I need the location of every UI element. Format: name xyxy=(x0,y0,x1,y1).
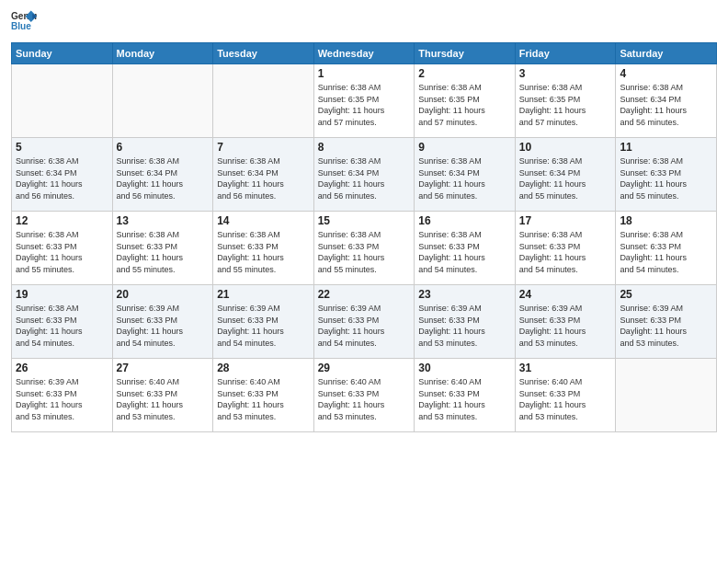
calendar-cell: 10Sunrise: 6:38 AM Sunset: 6:34 PM Dayli… xyxy=(515,138,616,212)
calendar-cell xyxy=(213,64,314,138)
week-row-5: 26Sunrise: 6:39 AM Sunset: 6:33 PM Dayli… xyxy=(12,359,717,432)
header-row: SundayMondayTuesdayWednesdayThursdayFrid… xyxy=(12,43,717,64)
calendar-cell: 2Sunrise: 6:38 AM Sunset: 6:35 PM Daylig… xyxy=(415,64,516,138)
calendar-cell: 30Sunrise: 6:40 AM Sunset: 6:33 PM Dayli… xyxy=(415,359,516,432)
day-number: 11 xyxy=(620,141,712,154)
day-info: Sunrise: 6:40 AM Sunset: 6:33 PM Dayligh… xyxy=(318,376,411,422)
calendar-cell: 12Sunrise: 6:38 AM Sunset: 6:33 PM Dayli… xyxy=(12,212,113,285)
calendar-cell: 26Sunrise: 6:39 AM Sunset: 6:33 PM Dayli… xyxy=(12,359,113,432)
day-info: Sunrise: 6:38 AM Sunset: 6:33 PM Dayligh… xyxy=(519,229,612,275)
day-info: Sunrise: 6:38 AM Sunset: 6:34 PM Dayligh… xyxy=(217,155,310,201)
day-number: 25 xyxy=(620,288,712,301)
day-number: 18 xyxy=(620,214,712,227)
calendar-cell: 22Sunrise: 6:39 AM Sunset: 6:33 PM Dayli… xyxy=(313,285,415,359)
calendar-cell: 9Sunrise: 6:38 AM Sunset: 6:34 PM Daylig… xyxy=(415,138,516,212)
calendar-cell: 18Sunrise: 6:38 AM Sunset: 6:33 PM Dayli… xyxy=(616,212,717,285)
day-number: 17 xyxy=(519,214,612,227)
calendar-cell: 21Sunrise: 6:39 AM Sunset: 6:33 PM Dayli… xyxy=(213,285,314,359)
col-header-wednesday: Wednesday xyxy=(313,43,415,64)
day-number: 15 xyxy=(318,214,411,227)
day-number: 2 xyxy=(418,67,511,80)
calendar-cell: 23Sunrise: 6:39 AM Sunset: 6:33 PM Dayli… xyxy=(415,285,516,359)
col-header-saturday: Saturday xyxy=(616,43,717,64)
day-number: 23 xyxy=(418,288,511,301)
day-info: Sunrise: 6:40 AM Sunset: 6:33 PM Dayligh… xyxy=(519,376,612,422)
day-number: 16 xyxy=(418,214,511,227)
col-header-thursday: Thursday xyxy=(415,43,516,64)
day-info: Sunrise: 6:39 AM Sunset: 6:33 PM Dayligh… xyxy=(620,303,712,349)
day-number: 4 xyxy=(620,67,712,80)
day-number: 19 xyxy=(16,288,108,301)
header: General Blue xyxy=(11,9,717,35)
week-row-4: 19Sunrise: 6:38 AM Sunset: 6:33 PM Dayli… xyxy=(12,285,717,359)
calendar-cell xyxy=(112,64,213,138)
day-info: Sunrise: 6:40 AM Sunset: 6:33 PM Dayligh… xyxy=(418,376,511,422)
day-info: Sunrise: 6:38 AM Sunset: 6:34 PM Dayligh… xyxy=(16,155,108,201)
day-number: 27 xyxy=(117,362,210,374)
day-number: 9 xyxy=(418,141,511,154)
day-info: Sunrise: 6:39 AM Sunset: 6:33 PM Dayligh… xyxy=(418,303,511,349)
calendar-cell: 29Sunrise: 6:40 AM Sunset: 6:33 PM Dayli… xyxy=(313,359,415,432)
week-row-2: 5Sunrise: 6:38 AM Sunset: 6:34 PM Daylig… xyxy=(12,138,717,212)
calendar-cell: 14Sunrise: 6:38 AM Sunset: 6:33 PM Dayli… xyxy=(213,212,314,285)
day-info: Sunrise: 6:38 AM Sunset: 6:34 PM Dayligh… xyxy=(620,82,712,128)
calendar-cell: 27Sunrise: 6:40 AM Sunset: 6:33 PM Dayli… xyxy=(112,359,213,432)
calendar-cell: 4Sunrise: 6:38 AM Sunset: 6:34 PM Daylig… xyxy=(616,64,717,138)
day-number: 12 xyxy=(16,214,108,227)
day-number: 28 xyxy=(217,362,310,374)
day-info: Sunrise: 6:39 AM Sunset: 6:33 PM Dayligh… xyxy=(117,303,210,349)
day-number: 3 xyxy=(519,67,612,80)
day-info: Sunrise: 6:38 AM Sunset: 6:33 PM Dayligh… xyxy=(620,229,712,275)
calendar-cell: 16Sunrise: 6:38 AM Sunset: 6:33 PM Dayli… xyxy=(415,212,516,285)
day-number: 29 xyxy=(318,362,411,374)
day-info: Sunrise: 6:38 AM Sunset: 6:33 PM Dayligh… xyxy=(217,229,310,275)
day-number: 20 xyxy=(117,288,210,301)
svg-text:Blue: Blue xyxy=(11,21,31,31)
day-info: Sunrise: 6:38 AM Sunset: 6:33 PM Dayligh… xyxy=(117,229,210,275)
calendar-cell xyxy=(12,64,113,138)
calendar-cell: 6Sunrise: 6:38 AM Sunset: 6:34 PM Daylig… xyxy=(112,138,213,212)
day-info: Sunrise: 6:38 AM Sunset: 6:33 PM Dayligh… xyxy=(16,303,108,349)
page-container: General Blue SundayMondayTuesdayWednesda… xyxy=(0,0,728,440)
day-info: Sunrise: 6:38 AM Sunset: 6:33 PM Dayligh… xyxy=(16,229,108,275)
calendar-cell: 17Sunrise: 6:38 AM Sunset: 6:33 PM Dayli… xyxy=(515,212,616,285)
calendar-cell: 31Sunrise: 6:40 AM Sunset: 6:33 PM Dayli… xyxy=(515,359,616,432)
day-number: 7 xyxy=(217,141,310,154)
day-info: Sunrise: 6:38 AM Sunset: 6:34 PM Dayligh… xyxy=(519,155,612,201)
calendar-cell: 8Sunrise: 6:38 AM Sunset: 6:34 PM Daylig… xyxy=(313,138,415,212)
col-header-tuesday: Tuesday xyxy=(213,43,314,64)
day-info: Sunrise: 6:40 AM Sunset: 6:33 PM Dayligh… xyxy=(117,376,210,422)
day-info: Sunrise: 6:40 AM Sunset: 6:33 PM Dayligh… xyxy=(217,376,310,422)
day-number: 1 xyxy=(318,67,411,80)
day-number: 31 xyxy=(519,362,612,374)
day-number: 13 xyxy=(117,214,210,227)
calendar-cell: 24Sunrise: 6:39 AM Sunset: 6:33 PM Dayli… xyxy=(515,285,616,359)
day-info: Sunrise: 6:38 AM Sunset: 6:35 PM Dayligh… xyxy=(519,82,612,128)
day-number: 5 xyxy=(16,141,108,154)
calendar-cell: 15Sunrise: 6:38 AM Sunset: 6:33 PM Dayli… xyxy=(313,212,415,285)
day-info: Sunrise: 6:38 AM Sunset: 6:34 PM Dayligh… xyxy=(117,155,210,201)
day-number: 30 xyxy=(418,362,511,374)
col-header-friday: Friday xyxy=(515,43,616,64)
day-info: Sunrise: 6:38 AM Sunset: 6:33 PM Dayligh… xyxy=(318,229,411,275)
col-header-monday: Monday xyxy=(112,43,213,64)
col-header-sunday: Sunday xyxy=(12,43,113,64)
day-number: 8 xyxy=(318,141,411,154)
logo-icon: General Blue xyxy=(11,9,37,35)
day-info: Sunrise: 6:38 AM Sunset: 6:33 PM Dayligh… xyxy=(418,229,511,275)
calendar-cell: 5Sunrise: 6:38 AM Sunset: 6:34 PM Daylig… xyxy=(12,138,113,212)
week-row-1: 1Sunrise: 6:38 AM Sunset: 6:35 PM Daylig… xyxy=(12,64,717,138)
calendar-cell: 28Sunrise: 6:40 AM Sunset: 6:33 PM Dayli… xyxy=(213,359,314,432)
day-info: Sunrise: 6:39 AM Sunset: 6:33 PM Dayligh… xyxy=(318,303,411,349)
day-number: 26 xyxy=(16,362,108,374)
calendar-cell: 1Sunrise: 6:38 AM Sunset: 6:35 PM Daylig… xyxy=(313,64,415,138)
calendar-cell: 20Sunrise: 6:39 AM Sunset: 6:33 PM Dayli… xyxy=(112,285,213,359)
calendar-cell: 13Sunrise: 6:38 AM Sunset: 6:33 PM Dayli… xyxy=(112,212,213,285)
day-info: Sunrise: 6:39 AM Sunset: 6:33 PM Dayligh… xyxy=(519,303,612,349)
week-row-3: 12Sunrise: 6:38 AM Sunset: 6:33 PM Dayli… xyxy=(12,212,717,285)
day-number: 21 xyxy=(217,288,310,301)
calendar-cell: 25Sunrise: 6:39 AM Sunset: 6:33 PM Dayli… xyxy=(616,285,717,359)
day-number: 14 xyxy=(217,214,310,227)
day-number: 10 xyxy=(519,141,612,154)
day-number: 22 xyxy=(318,288,411,301)
